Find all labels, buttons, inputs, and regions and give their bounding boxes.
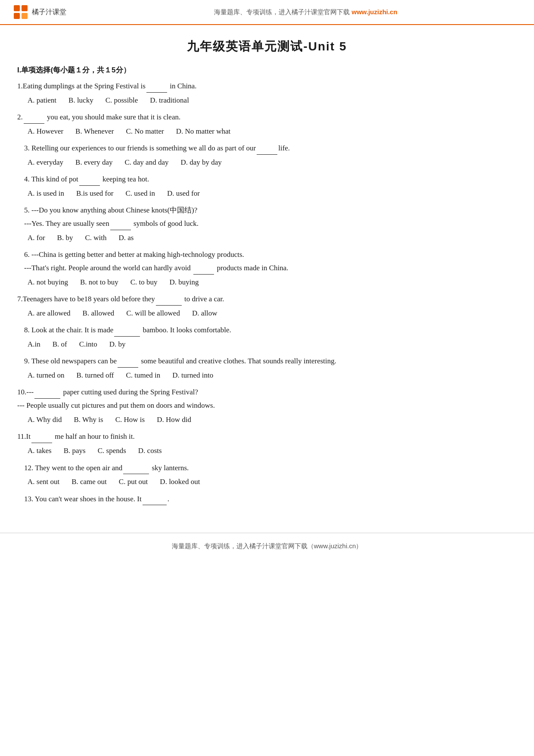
question-10: 10.--- paper cutting used during the Spr… [17, 386, 517, 428]
q10a-text: 10.--- paper cutting used during the Spr… [17, 386, 517, 399]
logo-icon [13, 4, 28, 20]
q9-opt-c: C. tumed in [126, 369, 161, 381]
page-footer: 海量题库、专项训练，进入橘子汁课堂官网下载（www.juzizhi.cn） [0, 533, 534, 556]
svg-rect-3 [22, 13, 28, 19]
q7-opt-b: B. allowed [83, 307, 115, 319]
q8-opt-c: C.into [79, 338, 97, 350]
q12-options: A. sent out B. came out C. put out D. lo… [17, 475, 517, 490]
q9-options: A. turned on B. turned off C. tumed in D… [17, 369, 517, 384]
q12-opt-c: C. put out [119, 476, 148, 487]
q7-opt-a: A. are allowed [28, 307, 71, 319]
q9-opt-b: B. turned off [76, 369, 114, 381]
q6-opt-c: C. to buy [130, 276, 158, 288]
q3-options: A. everyday B. every day C. day and day … [17, 156, 517, 171]
q3-opt-d: D. day by day [180, 156, 221, 168]
q1-opt-b: B. lucky [68, 94, 93, 106]
q11-opt-b: B. pays [64, 445, 86, 456]
q2-opt-c: C. No matter [126, 125, 164, 137]
q12-opt-a: A. sent out [28, 476, 59, 487]
q1-text: 1.Eating dumplings at the Spring Festiva… [17, 80, 517, 93]
page-title: 九年级英语单元测试-Unit 5 [0, 25, 534, 64]
q11-opt-d: D. costs [138, 445, 162, 456]
q6a-text: 6. ---China is getting better and better… [17, 249, 517, 261]
q5-opt-b: B. by [57, 232, 73, 244]
header-url: www.juzizhi.cn [352, 8, 397, 16]
q12-opt-b: B. came out [71, 476, 107, 487]
q4-options: A. is used in B.is used for C. used in D… [17, 187, 517, 202]
q12-text: 12. They went to the open air and sky la… [17, 462, 517, 475]
q10-options: A. Why did B. Why is C. How is D. How di… [17, 413, 517, 428]
q1-opt-c: C. possible [106, 94, 138, 106]
q3-opt-b: B. every day [75, 156, 112, 168]
question-1: 1.Eating dumplings at the Spring Festiva… [17, 80, 517, 109]
svg-rect-0 [14, 5, 20, 11]
question-4: 4. This kind of pot keeping tea hot. A. … [17, 173, 517, 202]
header-slogan: 海量题库、专项训练，进入橘子汁课堂官网下载 www.juzizhi.cn [90, 7, 521, 17]
q5-opt-a: A. for [28, 232, 45, 244]
q12-opt-d: D. looked out [160, 476, 200, 487]
q7-opt-d: D. allow [192, 307, 217, 319]
q4-opt-b: B.is used for [76, 187, 113, 199]
q1-opt-d: D. traditional [150, 94, 189, 106]
question-11: 11.It me half an hour to finish it. A. t… [17, 431, 517, 459]
q5-opt-c: C. with [85, 232, 106, 244]
q2-opt-a: A. However [28, 125, 63, 137]
q5-opt-d: D. as [119, 232, 134, 244]
q8-opt-a: A.in [28, 338, 40, 350]
main-content: I.单项选择(每小题１分，共１5分） 1.Eating dumplings at… [0, 64, 534, 525]
logo-area: 橘子汁课堂 [13, 4, 90, 20]
question-8: 8. Look at the chair. It is made bamboo.… [17, 324, 517, 353]
q10b-text: --- People usually cut pictures and put … [17, 400, 517, 412]
q2-opt-b: B. Whenever [75, 125, 114, 137]
q4-opt-a: A. is used in [28, 187, 64, 199]
svg-rect-2 [14, 13, 20, 19]
q10-opt-d: D. How did [157, 414, 191, 425]
q8-options: A.in B. of C.into D. by [17, 337, 517, 353]
question-3: 3. Retelling our experiences to our frie… [17, 142, 517, 171]
q1-opt-a: A. patient [28, 94, 56, 106]
q6-opt-b: B. not to buy [80, 276, 118, 288]
q8-text: 8. Look at the chair. It is made bamboo.… [17, 324, 517, 337]
q6b-text: ---That's right. People around the world… [17, 262, 517, 275]
question-9: 9. These old newspapers can be some beau… [17, 355, 517, 384]
q4-opt-c: C. used in [125, 187, 155, 199]
page-header: 橘子汁课堂 海量题库、专项训练，进入橘子汁课堂官网下载 www.juzizhi.… [0, 0, 534, 25]
q9-text: 9. These old newspapers can be some beau… [17, 355, 517, 368]
question-7: 7.Teenagers have to be18 years old befor… [17, 293, 517, 322]
question-12: 12. They went to the open air and sky la… [17, 462, 517, 490]
q5b-text: ---Yes. They are usually seen symbols of… [17, 218, 517, 230]
q11-options: A. takes B. pays C. spends D. costs [17, 444, 517, 459]
q6-options: A. not buying B. not to buy C. to buy D.… [17, 275, 517, 291]
question-6: 6. ---China is getting better and better… [17, 249, 517, 291]
q10-opt-c: C. How is [115, 414, 145, 425]
q3-opt-c: C. day and day [124, 156, 168, 168]
q6-opt-a: A. not buying [28, 276, 68, 288]
q4-text: 4. This kind of pot keeping tea hot. [17, 173, 517, 186]
q7-text: 7.Teenagers have to be18 years old befor… [17, 293, 517, 306]
section1-title: I.单项选择(每小题１分，共１5分） [17, 64, 517, 76]
q13-text: 13. You can't wear shoes in the house. I… [17, 493, 517, 506]
q11-opt-a: A. takes [28, 445, 52, 456]
q6-opt-d: D. buying [170, 276, 199, 288]
q8-opt-b: B. of [53, 338, 67, 350]
q8-opt-d: D. by [109, 338, 126, 350]
question-13: 13. You can't wear shoes in the house. I… [17, 493, 517, 506]
q7-opt-c: C. will be allowed [126, 307, 180, 319]
q2-opt-d: D. No matter what [176, 125, 231, 137]
logo-text: 橘子汁课堂 [32, 6, 66, 18]
svg-rect-1 [22, 5, 28, 11]
q2-text: 2. you eat, you should make sure that it… [17, 111, 517, 124]
q10-opt-b: B. Why is [74, 414, 103, 425]
q4-opt-d: D. used for [167, 187, 200, 199]
q3-opt-a: A. everyday [28, 156, 63, 168]
q11-text: 11.It me half an hour to finish it. [17, 431, 517, 443]
q5-options: A. for B. by C. with D. as [17, 231, 517, 246]
question-5: 5. ---Do you know anything about Chinese… [17, 204, 517, 246]
q2-options: A. However B. Whenever C. No matter D. N… [17, 125, 517, 140]
q9-opt-a: A. turned on [28, 369, 64, 381]
q7-options: A. are allowed B. allowed C. will be all… [17, 306, 517, 322]
q1-options: A. patient B. lucky C. possible D. tradi… [17, 94, 517, 109]
question-2: 2. you eat, you should make sure that it… [17, 111, 517, 140]
q10-opt-a: A. Why did [28, 414, 62, 425]
q5a-text: 5. ---Do you know anything about Chinese… [17, 204, 517, 217]
